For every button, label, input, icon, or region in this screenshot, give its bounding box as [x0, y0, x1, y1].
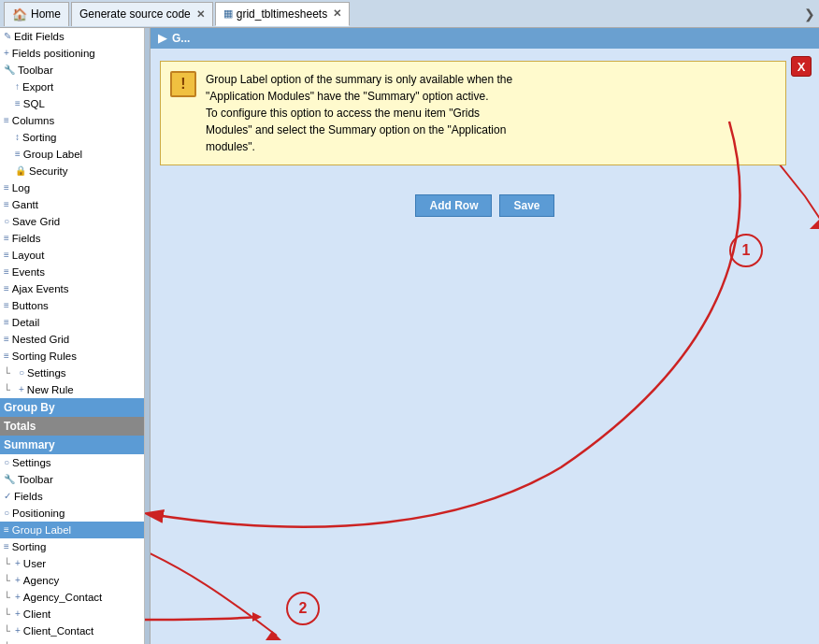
expand-icon[interactable]: ▶ [158, 32, 166, 45]
sidebar-item-sum-fields[interactable]: ✓ Fields [0, 488, 144, 505]
tab-generate[interactable]: Generate source code ✕ [71, 2, 213, 26]
save-grid-icon: ○ [4, 214, 9, 229]
alert-message: Group Label option of the summary is onl… [206, 71, 512, 155]
sidebar-label-new-rule: New Rule [27, 382, 74, 397]
sidebar-item-detail[interactable]: ≡ Detail [0, 314, 144, 331]
sidebar-item-sum-sorting[interactable]: ≡ Sorting [0, 538, 144, 555]
sidebar-label-sum-dynamic-group-by: Dynamic Group By [23, 640, 114, 644]
sidebar-label-fields-positioning: Fields positioning [12, 46, 95, 61]
sidebar-item-nested-grid[interactable]: ≡ Nested Grid [0, 331, 144, 348]
sidebar-item-sum-client[interactable]: └ + Client [0, 606, 144, 623]
sidebar-item-toolbar[interactable]: 🔧 Toolbar [0, 62, 144, 79]
sidebar-label-fields: Fields [12, 231, 41, 246]
main-area: ✎ Edit Fields + Fields positioning 🔧 Too… [0, 28, 819, 644]
section-group-by-label: Group By [4, 401, 55, 414]
sidebar: ✎ Edit Fields + Fields positioning 🔧 Too… [0, 28, 145, 644]
columns-icon: ≡ [4, 113, 9, 128]
sidebar-item-sum-agency[interactable]: └ + Agency [0, 572, 144, 589]
sidebar-item-group-label[interactable]: ≡ Group Label [0, 146, 144, 163]
sidebar-item-gantt[interactable]: ≡ Gantt [0, 196, 144, 213]
sidebar-item-sum-group-label[interactable]: ≡ Group Label [0, 522, 144, 538]
section-summary-label: Summary [4, 438, 55, 451]
sidebar-item-sum-dynamic-group-by[interactable]: └ + Dynamic Group By [0, 639, 144, 644]
sum-client-contact-icon: + [15, 623, 21, 638]
sidebar-item-log[interactable]: ≡ Log [0, 179, 144, 196]
gantt-icon: ≡ [4, 197, 9, 212]
warning-symbol: ! [180, 76, 185, 93]
fields-icon: ≡ [4, 231, 9, 246]
tab-grid-close[interactable]: ✕ [333, 7, 341, 20]
sidebar-label-positioning: Positioning [12, 506, 65, 521]
sidebar-label-events: Events [12, 265, 45, 279]
tab-home[interactable]: 🏠 Home [4, 2, 69, 26]
sidebar-section-summary[interactable]: Summary [0, 436, 144, 454]
sidebar-item-sum-positioning[interactable]: ○ ✎ Positioning [0, 505, 144, 522]
sidebar-label-sum-fields: Fields [14, 489, 43, 504]
content-header-title: G... [172, 32, 190, 45]
toolbar-icon: 🔧 [4, 63, 15, 78]
sum-user-icon: + [15, 556, 21, 571]
content-pane: ▶ G... X ! Group Label option of the sum… [151, 28, 819, 644]
close-x-icon: X [797, 60, 806, 74]
sum-settings-icon: ○ [4, 455, 9, 470]
sum-agency-icon: + [15, 573, 21, 588]
sidebar-label-layout: Layout [12, 248, 45, 263]
alert-box: ! Group Label option of the summary is o… [160, 61, 786, 165]
sidebar-item-save-grid[interactable]: ○ Save Grid [0, 213, 144, 230]
sidebar-item-sorting-rules[interactable]: ≡ Sorting Rules [0, 348, 144, 365]
log-icon: ≡ [4, 180, 9, 195]
sidebar-section-totals[interactable]: Totals [0, 417, 144, 436]
sidebar-label-sum-user: User [23, 556, 46, 571]
sidebar-item-sum-user[interactable]: └ + User [0, 555, 144, 572]
circle-annotation-2: 2 [286, 592, 320, 625]
sidebar-label-sum-settings: Settings [12, 455, 51, 470]
sidebar-section-group-by[interactable]: Group By [0, 398, 144, 417]
settings-sub-icon: ○ [19, 365, 24, 380]
sidebar-item-buttons[interactable]: ≡ Buttons [0, 297, 144, 314]
save-button[interactable]: Save [499, 194, 553, 217]
sidebar-item-settings-sub[interactable]: └ ○ Settings [0, 365, 144, 381]
sidebar-item-columns[interactable]: ≡ Columns [0, 112, 144, 129]
new-rule-icon: + [19, 382, 24, 397]
add-row-button[interactable]: Add Row [415, 194, 492, 217]
sidebar-label-sorting: Sorting [22, 130, 56, 145]
circle-annotation-1: 1 [729, 234, 763, 267]
sidebar-label-sum-agency-contact: Agency_Contact [23, 590, 102, 605]
sum-agency-contact-icon: + [15, 590, 21, 605]
sidebar-item-security[interactable]: 🔒 Security [0, 163, 144, 179]
sidebar-label-log: Log [12, 180, 30, 195]
layout-icon: ≡ [4, 248, 9, 263]
sidebar-item-sum-settings[interactable]: ○ Settings [0, 454, 144, 471]
detail-icon: ≡ [4, 315, 9, 330]
sidebar-item-edit-fields[interactable]: ✎ Edit Fields [0, 28, 144, 45]
sorting-rules-icon: ≡ [4, 349, 9, 364]
sidebar-label-save-grid: Save Grid [12, 214, 60, 229]
sidebar-label-sum-toolbar: Toolbar [18, 472, 53, 487]
sidebar-label-toolbar: Toolbar [18, 63, 53, 78]
sidebar-item-fields[interactable]: ≡ Fields [0, 230, 144, 247]
sidebar-item-ajax-events[interactable]: ≡ Ajax Events [0, 280, 144, 297]
sidebar-label-gantt: Gantt [12, 197, 38, 212]
sidebar-item-events[interactable]: ≡ Events [0, 264, 144, 280]
sidebar-item-sum-client-contact[interactable]: └ + Client_Contact [0, 623, 144, 639]
alert-warning-icon: ! [170, 71, 196, 97]
edit-fields-icon: ✎ [4, 29, 11, 44]
tab-nav-arrow[interactable]: ❯ [804, 7, 815, 21]
security-icon: 🔒 [15, 164, 26, 179]
sidebar-item-sql[interactable]: ≡ SQL [0, 95, 144, 112]
sidebar-item-layout[interactable]: ≡ Layout [0, 247, 144, 264]
tab-grid[interactable]: ▦ grid_tbltimesheets ✕ [215, 2, 350, 26]
sidebar-item-new-rule[interactable]: └ + New Rule [0, 381, 144, 398]
sidebar-item-sorting[interactable]: ↕ Sorting [0, 129, 144, 146]
sidebar-item-export[interactable]: ↑ Export [0, 79, 144, 95]
sum-toolbar-icon: 🔧 [4, 472, 15, 487]
sidebar-label-edit-fields: Edit Fields [14, 29, 65, 44]
alert-close-button[interactable]: X [791, 56, 812, 77]
sidebar-item-fields-positioning[interactable]: + Fields positioning [0, 45, 144, 62]
sidebar-label-sum-sorting: Sorting [12, 539, 46, 554]
sidebar-item-sum-toolbar[interactable]: 🔧 Toolbar [0, 471, 144, 488]
tab-generate-close[interactable]: ✕ [196, 8, 205, 21]
sidebar-label-sum-client: Client [23, 607, 50, 622]
sidebar-item-sum-agency-contact[interactable]: └ + Agency_Contact [0, 589, 144, 606]
sum-sorting-icon: ≡ [4, 539, 9, 554]
